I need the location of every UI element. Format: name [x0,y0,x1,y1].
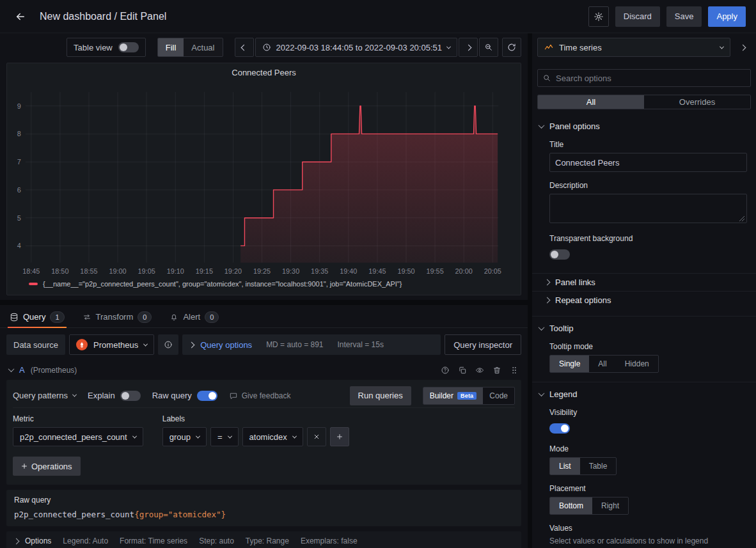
raw-query-toggle-label: Raw query [152,391,192,400]
panel-links-section-header[interactable]: Panel links [532,273,756,291]
svg-text:18:45: 18:45 [22,268,40,276]
chevron-right-icon [13,538,20,544]
tab-alert[interactable]: Alert 0 [168,306,221,327]
legend-placement-bottom[interactable]: Bottom [550,497,592,514]
tooltip-mode-single[interactable]: Single [550,356,589,372]
collapse-options-pane-button[interactable] [734,39,751,56]
add-operations-button[interactable]: Operations [13,457,81,476]
metric-labels-row: Metric p2p_connected_peers_count Labels … [13,414,515,446]
transparent-background-label: Transparent background [549,234,747,243]
query-options-expander[interactable]: Query options MD = auto = 891 Interval =… [182,334,441,355]
panel-toolbar: Table view Fill Actual 2022-09-03 18:44:… [0,33,528,61]
visibility-label: Visibility [549,408,747,417]
divider [532,316,756,317]
run-queries-button[interactable]: Run queries [350,386,411,405]
svg-text:19:55: 19:55 [427,268,444,276]
svg-text:6: 6 [17,186,21,194]
copy-icon[interactable] [458,366,467,375]
legend-section-header[interactable]: Legend [532,386,756,402]
remove-label-button[interactable] [307,427,326,446]
explain-toggle[interactable] [120,391,141,401]
query-options-footer[interactable]: Options Legend: Auto Format: Time series… [6,531,521,548]
chevron-down-icon [720,44,724,49]
data-source-help-button[interactable] [158,334,178,355]
panel-resize-handle[interactable] [0,300,528,305]
svg-text:8: 8 [17,130,21,137]
database-icon [10,313,19,322]
timeseries-chart[interactable]: 45678918:4518:5018:5519:0019:0519:1019:1… [12,79,516,279]
svg-text:19:10: 19:10 [167,268,184,276]
legend-placement-right[interactable]: Right [592,497,628,514]
add-label-button[interactable] [330,427,349,446]
legend-mode-table[interactable]: Table [580,458,617,474]
tooltip-mode-hidden[interactable]: Hidden [616,356,658,372]
save-button[interactable]: Save [666,6,702,27]
labels-field: Labels group = atomicdex [162,414,349,446]
code-option[interactable]: Code [483,388,514,404]
discard-button[interactable]: Discard [615,6,660,27]
refresh-button[interactable] [502,38,521,57]
transparent-background-toggle[interactable] [549,249,570,260]
chevron-down-icon [143,341,148,346]
query-row-header[interactable]: A (Prometheus) [0,360,528,379]
panel-title-input[interactable] [549,153,747,172]
legend-series-label[interactable]: {__name__="p2p_connected_peers_count", g… [43,280,402,288]
raw-query-toggle[interactable] [197,391,217,401]
label-name-select[interactable]: group [162,427,207,446]
svg-text:19:50: 19:50 [397,268,414,276]
main-column: Table view Fill Actual 2022-09-03 18:44:… [0,33,528,548]
tab-transform[interactable]: Transform 0 [81,306,154,327]
back-button[interactable] [10,6,31,27]
time-shift-back-button[interactable] [235,38,254,57]
builder-option[interactable]: Builder Beta [423,388,484,404]
panel-description-input[interactable] [549,194,747,223]
chevron-left-icon [241,44,248,51]
chevron-down-icon [292,434,297,438]
options-label: Options [25,536,51,545]
tab-query[interactable]: Query 1 [8,306,67,327]
data-source-picker[interactable]: Prometheus [69,334,154,355]
drag-handle-icon[interactable] [510,366,519,375]
repeat-options-section-header[interactable]: Repeat options [532,291,756,309]
arrow-left-icon [15,11,26,22]
panel-settings-button[interactable] [588,6,609,27]
chevron-down-icon [446,44,451,49]
builder-code-group: Builder Beta Code [423,387,515,405]
metric-select[interactable]: p2p_connected_peers_count [13,427,143,446]
timeseries-viz-icon [544,43,553,52]
query-patterns-label: Query patterns [13,391,68,400]
chevron-down-icon [539,122,545,129]
sidebar-resize-handle[interactable] [528,33,532,548]
transform-arrows-icon [83,313,91,322]
filter-all-tab[interactable]: All [538,95,644,109]
help-circle-icon[interactable] [441,366,450,375]
tooltip-mode-all[interactable]: All [589,356,615,372]
eye-icon[interactable] [475,366,484,375]
label-operator-select[interactable]: = [210,427,239,446]
label-value-select[interactable]: atomicdex [242,427,303,446]
query-patterns-button[interactable]: Query patterns [13,391,76,400]
repeat-options-title: Repeat options [555,295,611,305]
time-shift-forward-button[interactable] [459,38,478,57]
time-range-button[interactable]: 2022-09-03 18:44:05 to 2022-09-03 20:05:… [255,38,458,57]
search-options-input[interactable] [537,69,751,87]
zoom-out-time-button[interactable] [479,38,498,57]
legend-mode-group: List Table [549,457,617,475]
trash-icon[interactable] [492,366,501,375]
visualization-picker[interactable]: Time series [537,38,730,57]
legend-mode-list[interactable]: List [550,458,580,474]
table-view-toggle[interactable] [118,42,139,52]
tooltip-section-header[interactable]: Tooltip [532,320,756,336]
fill-option[interactable]: Fill [158,38,184,56]
options-legend-summary: Legend: Auto [63,536,108,545]
query-inspector-button[interactable]: Query inspector [445,334,521,355]
legend-visibility-toggle[interactable] [549,423,570,434]
svg-text:19:40: 19:40 [340,268,357,276]
apply-button[interactable]: Apply [708,6,746,27]
give-feedback-link[interactable]: Give feedback [229,391,291,400]
actual-option[interactable]: Actual [184,38,222,56]
legend-mode-label: Mode [549,444,747,453]
filter-overrides-tab[interactable]: Overrides [644,95,750,109]
query-options-label: Query options [200,340,252,350]
panel-options-section-header[interactable]: Panel options [532,118,756,135]
